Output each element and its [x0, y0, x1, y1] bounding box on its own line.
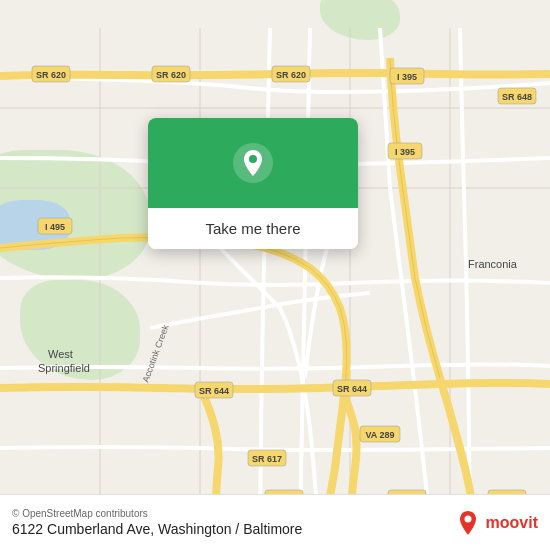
- location-pin-icon: [232, 142, 274, 184]
- map-container: I 495 I 395 I 395 SR 620 SR 620 SR 620 S…: [0, 0, 550, 550]
- info-bar: © OpenStreetMap contributors 6122 Cumber…: [0, 494, 550, 550]
- address-text: 6122 Cumberland Ave, Washington / Baltim…: [12, 521, 302, 537]
- svg-point-39: [249, 155, 257, 163]
- moovit-logo[interactable]: moovit: [454, 509, 538, 537]
- moovit-brand-icon: [454, 509, 482, 537]
- moovit-label: moovit: [486, 514, 538, 532]
- address-section: © OpenStreetMap contributors 6122 Cumber…: [12, 508, 302, 537]
- popup-header: [148, 118, 358, 208]
- svg-point-40: [464, 515, 471, 522]
- take-me-there-button[interactable]: Take me there: [148, 208, 358, 249]
- copyright-text: © OpenStreetMap contributors: [12, 508, 302, 519]
- water-area: [0, 200, 70, 250]
- popup-card: Take me there: [148, 118, 358, 249]
